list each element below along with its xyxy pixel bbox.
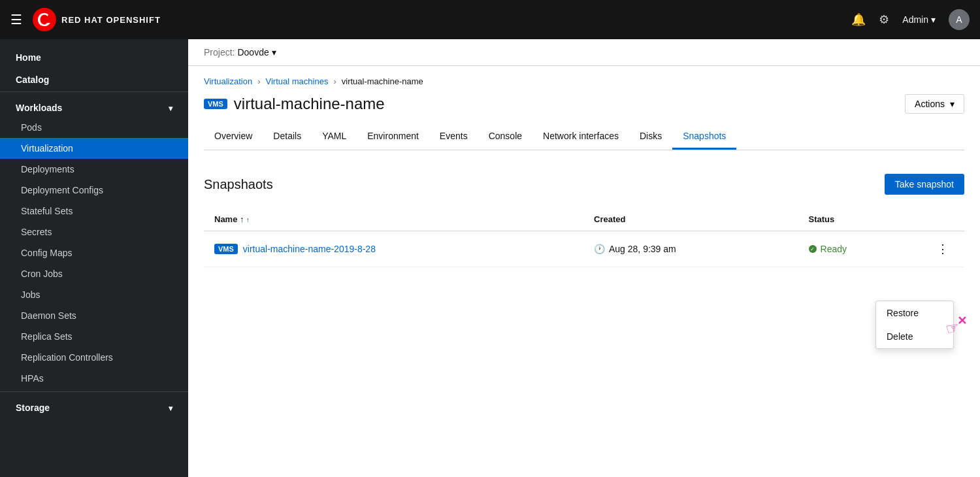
main-content: Project: Doovde ▾ Virtualization › Virtu… — [188, 39, 980, 477]
status-text: Ready — [821, 244, 847, 254]
sidebar-item-pods[interactable]: Pods — [0, 117, 188, 138]
tab-details[interactable]: Details — [263, 124, 312, 150]
svg-point-0 — [33, 8, 56, 31]
workloads-chevron-icon — [169, 103, 172, 113]
sidebar-top-section: Home Catalog Workloads Pods Virtualizati… — [0, 39, 188, 422]
page-title: virtual-machine-name — [234, 95, 385, 113]
row-name-cell: VMS virtual-machine-name-2019-8-28 — [204, 231, 583, 267]
storage-label: Storage — [16, 403, 50, 413]
navbar-right: 🔔 ⚙ Admin ▾ A — [851, 9, 970, 30]
status-ready-container: Ready — [809, 244, 911, 254]
created-text: Aug 28, 9:39 am — [609, 244, 676, 254]
redhat-logo-icon — [33, 8, 56, 31]
catalog-label: Catalog — [16, 74, 49, 85]
logo: RED HAT OPENSHIFT — [33, 8, 161, 31]
sidebar-item-stateful-sets[interactable]: Stateful Sets — [0, 201, 188, 222]
created-container: 🕐 Aug 28, 9:39 am — [594, 244, 788, 254]
tab-network-interfaces[interactable]: Network interfaces — [532, 124, 629, 150]
sidebar-item-secrets[interactable]: Secrets — [0, 222, 188, 242]
sidebar-group-storage[interactable]: Storage — [0, 395, 188, 417]
snapshots-title: Snapshaots — [204, 177, 273, 192]
sidebar-divider-2 — [0, 391, 188, 392]
snapshots-section: Snapshaots Take snapshot Name ↑ Created … — [188, 161, 980, 280]
page-title-left: VMS virtual-machine-name — [204, 95, 385, 113]
tab-events[interactable]: Events — [429, 124, 478, 150]
home-label: Home — [16, 52, 41, 63]
avatar-initial: A — [956, 14, 962, 25]
notification-icon[interactable]: 🔔 — [851, 12, 866, 27]
actions-chevron-icon: ▾ — [950, 99, 955, 109]
settings-icon[interactable]: ⚙ — [879, 12, 889, 27]
take-snapshot-button[interactable]: Take snapshot — [885, 174, 964, 195]
tabs: Overview Details YAML Environment Events… — [204, 124, 964, 150]
navbar: ☰ RED HAT OPENSHIFT 🔔 ⚙ Admin ▾ A — [0, 0, 980, 39]
kebab-menu-button[interactable]: ⋮ — [932, 239, 954, 259]
sidebar-item-replication-controllers[interactable]: Replication Controllers — [0, 347, 188, 368]
tab-environment[interactable]: Environment — [357, 124, 429, 150]
logo-text: RED HAT OPENSHIFT — [61, 15, 161, 25]
sidebar-group-workloads[interactable]: Workloads — [0, 95, 188, 117]
hamburger-menu[interactable]: ☰ — [10, 12, 22, 27]
page-title-row: VMS virtual-machine-name Actions ▾ — [204, 94, 964, 114]
snapshot-name-link[interactable]: virtual-machine-name-2019-8-28 — [243, 244, 376, 254]
actions-dropdown-button[interactable]: Actions ▾ — [905, 94, 964, 114]
status-ready-icon — [809, 245, 817, 253]
tab-overview[interactable]: Overview — [204, 124, 263, 150]
breadcrumb-virtualization[interactable]: Virtualization — [204, 76, 252, 86]
breadcrumb: Virtualization › Virtual machines › virt… — [204, 76, 964, 86]
project-chevron-icon: ▾ — [272, 47, 276, 58]
sidebar-item-deployments[interactable]: Deployments — [0, 159, 188, 180]
row-vms-badge: VMS — [214, 244, 238, 254]
sidebar-item-jobs[interactable]: Jobs — [0, 284, 188, 305]
tab-disks[interactable]: Disks — [629, 124, 672, 150]
column-created: Created — [583, 208, 798, 231]
sidebar-item-catalog[interactable]: Catalog — [0, 67, 188, 89]
column-actions — [921, 208, 964, 231]
actions-label: Actions — [915, 99, 945, 109]
sidebar-item-cron-jobs[interactable]: Cron Jobs — [0, 263, 188, 284]
column-name[interactable]: Name ↑ — [204, 208, 583, 231]
admin-chevron-icon: ▾ — [931, 14, 936, 25]
breadcrumb-sep-1: › — [257, 76, 260, 86]
column-status: Status — [798, 208, 921, 231]
sidebar-divider-1 — [0, 91, 188, 92]
project-bar: Project: Doovde ▾ — [188, 39, 980, 66]
sidebar: Home Catalog Workloads Pods Virtualizati… — [0, 39, 188, 477]
sidebar-item-home[interactable]: Home — [0, 44, 188, 67]
table-body: VMS virtual-machine-name-2019-8-28 🕐 Aug… — [204, 231, 964, 267]
content-area: Virtualization › Virtual machines › virt… — [188, 66, 980, 161]
admin-menu[interactable]: Admin ▾ — [902, 14, 936, 25]
sidebar-item-replica-sets[interactable]: Replica Sets — [0, 326, 188, 347]
table-header: Name ↑ Created Status — [204, 208, 964, 231]
avatar[interactable]: A — [949, 9, 970, 30]
project-name-text: Doovde — [237, 47, 269, 58]
project-label: Project: — [204, 47, 235, 58]
layout: Home Catalog Workloads Pods Virtualizati… — [0, 39, 980, 477]
admin-label: Admin — [902, 14, 928, 25]
sidebar-item-virtualization[interactable]: Virtualization — [0, 138, 188, 159]
sidebar-item-hpas[interactable]: HPAs — [0, 368, 188, 389]
sidebar-item-daemon-sets[interactable]: Daemon Sets — [0, 305, 188, 326]
workloads-label: Workloads — [16, 103, 62, 113]
context-menu-delete[interactable]: Delete — [876, 325, 953, 348]
context-menu: Restore Delete — [875, 301, 954, 349]
breadcrumb-virtual-machines[interactable]: Virtual machines — [266, 76, 329, 86]
tab-console[interactable]: Console — [478, 124, 532, 150]
snapshot-name-container: VMS virtual-machine-name-2019-8-28 — [214, 244, 573, 254]
storage-chevron-icon — [169, 403, 172, 413]
context-menu-restore[interactable]: Restore — [876, 301, 953, 325]
tab-snapshots[interactable]: Snapshots — [672, 124, 736, 150]
sidebar-item-deployment-configs[interactable]: Deployment Configs — [0, 180, 188, 201]
snapshot-table: Name ↑ Created Status VMS virtual-machin… — [204, 208, 964, 267]
clock-icon: 🕐 — [594, 244, 605, 254]
breadcrumb-current: virtual-machine-name — [342, 76, 423, 86]
tab-yaml[interactable]: YAML — [312, 124, 357, 150]
breadcrumb-sep-2: › — [333, 76, 336, 86]
vms-badge: VMS — [204, 99, 227, 109]
row-kebab-cell: ⋮ — [921, 231, 964, 267]
sidebar-item-config-maps[interactable]: Config Maps — [0, 242, 188, 263]
main-inner: Project: Doovde ▾ Virtualization › Virtu… — [188, 39, 980, 477]
project-selector[interactable]: Doovde ▾ — [237, 47, 276, 58]
row-created-cell: 🕐 Aug 28, 9:39 am — [583, 231, 798, 267]
table-row: VMS virtual-machine-name-2019-8-28 🕐 Aug… — [204, 231, 964, 267]
